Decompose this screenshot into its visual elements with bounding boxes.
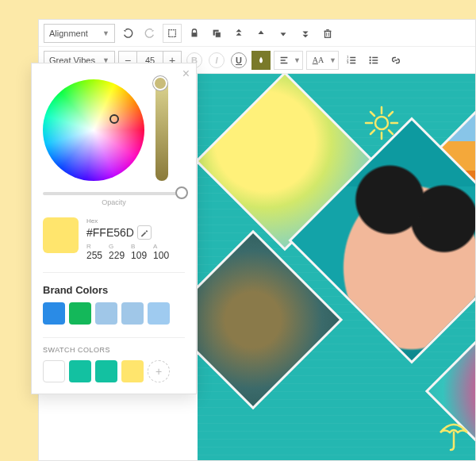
g-label: G xyxy=(109,243,125,250)
brand-colors-title: Brand Colors xyxy=(43,284,185,296)
list-bullet-button[interactable] xyxy=(364,51,383,70)
alignment-dropdown[interactable]: Alignment ▼ xyxy=(44,24,115,43)
swatch-color[interactable] xyxy=(43,360,65,382)
brand-color-swatch[interactable] xyxy=(69,302,91,325)
svg-rect-3 xyxy=(215,32,221,37)
list-ordered-button[interactable]: 123 xyxy=(342,51,361,70)
text-align-group: ▼ xyxy=(274,51,303,70)
link-button[interactable] xyxy=(386,51,405,70)
brightness-handle[interactable] xyxy=(153,76,167,90)
underline-button[interactable]: U xyxy=(229,51,248,70)
caret-down-icon[interactable]: ▼ xyxy=(294,56,301,64)
color-preview-swatch xyxy=(43,217,79,253)
svg-point-11 xyxy=(375,117,388,129)
svg-rect-0 xyxy=(169,29,176,36)
brand-color-swatch[interactable] xyxy=(121,302,144,325)
design-canvas[interactable] xyxy=(198,74,475,460)
send-backward-button[interactable] xyxy=(274,24,293,43)
underline-icon: U xyxy=(231,52,247,68)
svg-line-16 xyxy=(370,112,374,116)
svg-point-10 xyxy=(369,62,370,63)
delete-button[interactable] xyxy=(318,24,337,43)
swatch-colors-title: SWATCH COLORS xyxy=(43,337,185,354)
redo-button[interactable] xyxy=(140,24,159,43)
color-wheel-handle[interactable] xyxy=(109,114,119,124)
g-value[interactable]: 229 xyxy=(109,250,125,261)
a-label: A xyxy=(153,243,169,250)
a-value[interactable]: 100 xyxy=(153,250,169,261)
color-picker-panel: × Opacity Hex #FFE56D R255 G229 xyxy=(31,63,197,394)
text-color-button[interactable] xyxy=(251,51,271,70)
brand-color-swatch[interactable] xyxy=(95,302,117,325)
svg-text:3: 3 xyxy=(347,60,349,64)
opacity-slider[interactable] xyxy=(43,192,185,195)
bring-front-button[interactable] xyxy=(229,24,248,43)
opacity-label: Opacity xyxy=(43,198,185,206)
b-value[interactable]: 109 xyxy=(131,250,147,261)
undo-button[interactable] xyxy=(118,24,137,43)
svg-point-8 xyxy=(369,56,370,58)
brand-color-swatch[interactable] xyxy=(148,302,170,325)
svg-line-17 xyxy=(389,130,393,134)
umbrella-doodle-icon xyxy=(436,415,472,455)
send-back-button[interactable] xyxy=(296,24,315,43)
caret-down-icon: ▼ xyxy=(102,29,109,37)
color-wheel[interactable] xyxy=(43,79,144,181)
swatch-colors-row: + xyxy=(43,360,185,382)
svg-line-18 xyxy=(370,130,374,134)
brand-colors-row xyxy=(43,302,185,325)
italic-button[interactable]: I xyxy=(207,51,226,70)
case-icon: AA xyxy=(313,56,324,64)
svg-rect-4 xyxy=(325,31,331,37)
svg-point-9 xyxy=(369,59,370,60)
duplicate-button[interactable] xyxy=(207,24,226,43)
swatch-color[interactable] xyxy=(69,360,91,382)
crop-button[interactable] xyxy=(163,24,182,43)
alignment-label: Alignment xyxy=(49,29,88,38)
close-icon[interactable]: × xyxy=(182,67,190,81)
hex-label: Hex xyxy=(86,217,185,225)
brightness-slider[interactable] xyxy=(155,79,168,181)
svg-line-19 xyxy=(389,112,393,116)
b-label: B xyxy=(131,243,147,250)
text-case-button[interactable]: AA xyxy=(309,51,328,70)
svg-rect-1 xyxy=(192,33,198,36)
text-align-button[interactable] xyxy=(276,51,292,70)
toolbar-row-1: Alignment ▼ xyxy=(39,20,475,47)
r-label: R xyxy=(86,243,102,250)
italic-icon: I xyxy=(209,52,225,68)
lock-button[interactable] xyxy=(185,24,204,43)
brand-color-swatch[interactable] xyxy=(43,302,65,325)
text-transform-group: AA ▼ xyxy=(306,51,339,70)
opacity-handle[interactable] xyxy=(175,186,188,199)
swatch-color[interactable] xyxy=(95,360,117,382)
swatch-color[interactable] xyxy=(121,360,144,382)
hex-value[interactable]: #FFE56D xyxy=(86,226,134,239)
add-swatch-button[interactable]: + xyxy=(148,360,170,382)
bring-forward-button[interactable] xyxy=(251,24,271,43)
r-value[interactable]: 255 xyxy=(86,250,102,261)
eyedropper-button[interactable] xyxy=(137,225,152,240)
caret-down-icon[interactable]: ▼ xyxy=(329,56,336,64)
